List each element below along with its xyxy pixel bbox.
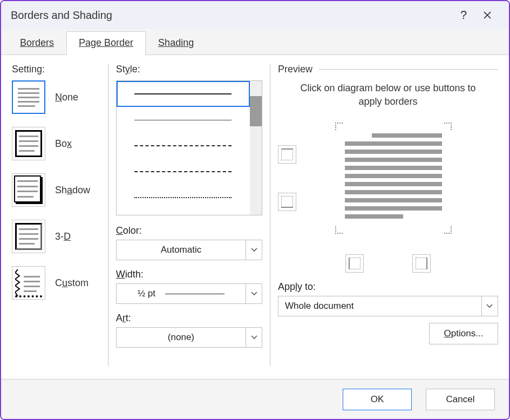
setting-custom-label: Custom	[55, 277, 89, 289]
color-combo[interactable]: Automatic	[116, 240, 262, 260]
setting-option-none[interactable]	[12, 80, 45, 114]
art-combo[interactable]: (none)	[116, 327, 262, 348]
corner-marker	[335, 123, 343, 130]
corner-marker	[335, 226, 343, 234]
setting-option-shadow[interactable]	[12, 173, 45, 207]
border-icon	[416, 258, 427, 269]
tab-strip: Borders Page Border Shading	[1, 29, 509, 55]
ok-button[interactable]: OK	[343, 389, 412, 410]
style-option-hairline[interactable]	[117, 107, 250, 133]
style-column: Style: Color: Automatic	[116, 64, 262, 379]
setting-box-label: Box	[55, 138, 72, 150]
close-icon	[483, 11, 492, 19]
separator-2	[270, 64, 270, 366]
width-preview-line	[165, 294, 225, 294]
setting-option-3d[interactable]	[12, 220, 45, 253]
scrollbar-thumb[interactable]	[250, 96, 262, 126]
setting-column: Setting: None Box	[12, 64, 100, 379]
header-line	[319, 69, 498, 70]
dialog-body: Setting: None Box	[1, 55, 509, 379]
chevron-down-icon	[246, 284, 262, 303]
border-bottom-button[interactable]	[278, 193, 296, 211]
tab-borders[interactable]: Borders	[8, 31, 66, 55]
titlebar: Borders and Shading ?	[1, 1, 509, 29]
chevron-down-icon	[246, 240, 262, 260]
width-combo[interactable]: ½ pt	[116, 283, 262, 304]
preview-page[interactable]	[329, 116, 458, 240]
style-listbox[interactable]	[116, 80, 262, 215]
preview-label: Preview	[278, 64, 312, 75]
color-label: Color:	[116, 225, 262, 236]
style-scrollbar[interactable]	[250, 81, 262, 215]
dialog-title: Borders and Shading	[11, 9, 112, 22]
style-option-solid[interactable]	[117, 81, 250, 107]
style-option-dashed-fine[interactable]	[117, 133, 250, 159]
chevron-down-icon	[246, 328, 262, 347]
border-icon	[281, 148, 293, 160]
style-label: Style:	[116, 64, 262, 75]
options-button[interactable]: Options...	[429, 323, 498, 344]
style-option-dash-dot[interactable]	[117, 185, 250, 211]
preview-column: Preview Click on diagram below or use bu…	[278, 64, 498, 379]
width-value: ½ pt	[117, 288, 246, 299]
setting-none-label: None	[55, 92, 78, 103]
setting-option-custom[interactable]	[12, 266, 45, 300]
help-button[interactable]: ?	[452, 3, 475, 27]
border-top-button[interactable]	[278, 145, 296, 164]
cancel-button[interactable]: Cancel	[426, 389, 495, 410]
apply-to-combo[interactable]: Whole document	[278, 296, 498, 316]
art-label: Art:	[116, 313, 262, 324]
setting-option-box[interactable]	[12, 127, 45, 160]
close-button[interactable]	[475, 3, 499, 27]
preview-hint: Click on diagram below or use buttons to…	[300, 82, 477, 109]
color-value: Automatic	[117, 245, 246, 255]
tab-shading[interactable]: Shading	[146, 31, 206, 55]
borders-and-shading-dialog: Borders and Shading ? Borders Page Borde…	[0, 0, 510, 420]
border-icon	[281, 196, 293, 208]
style-option-dashed[interactable]	[117, 159, 250, 185]
page-content-lines	[345, 133, 442, 219]
corner-marker	[444, 226, 452, 234]
corner-marker	[444, 123, 452, 130]
border-right-button[interactable]	[412, 254, 431, 273]
border-left-button[interactable]	[345, 254, 364, 273]
setting-3d-label: 3-D	[55, 231, 71, 242]
separator-1	[108, 64, 108, 366]
setting-label: Setting:	[12, 64, 100, 75]
border-icon	[349, 258, 361, 269]
dialog-footer: OK Cancel	[1, 379, 509, 419]
setting-shadow-label: Shadow	[55, 185, 90, 196]
art-value: (none)	[117, 332, 246, 343]
apply-to-value: Whole document	[278, 301, 481, 311]
apply-to-label: Apply to:	[278, 281, 498, 293]
width-label: Width:	[116, 269, 262, 280]
chevron-down-icon	[481, 296, 498, 316]
tab-page-border[interactable]: Page Border	[66, 31, 146, 55]
